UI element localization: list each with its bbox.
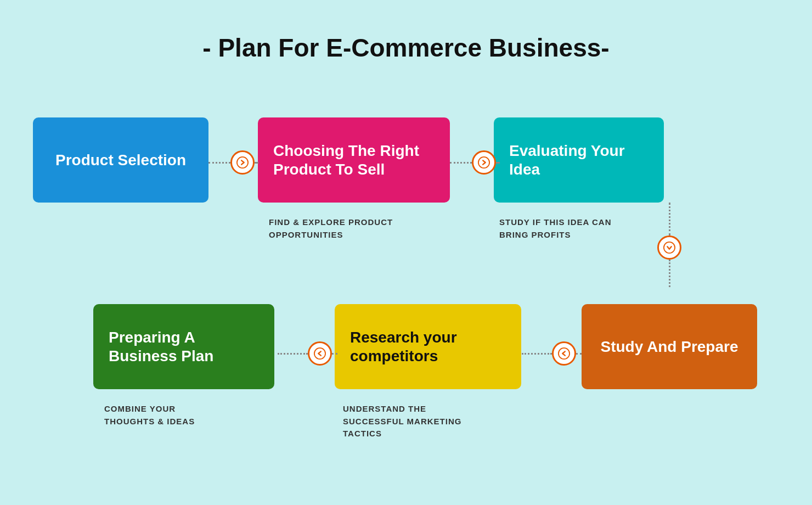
page-title: - Plan For E-Commerce Business-: [202, 33, 609, 63]
arrow-right-icon-2: [472, 150, 496, 175]
diagram-container: Product Selection Choosing The Right Pro…: [22, 85, 790, 480]
arrow-1: [208, 150, 258, 175]
arrow-left-icon-2: [308, 341, 332, 366]
box-preparing-label: Preparing A Business Plan: [109, 328, 259, 365]
box-choosing-label: Choosing The Right Product To Sell: [273, 142, 435, 178]
box-study: Study And Prepare: [582, 304, 757, 389]
arrow-3: [518, 341, 582, 366]
box-choosing: Choosing The Right Product To Sell: [258, 117, 450, 203]
arrow-2: [450, 150, 499, 175]
box-research-label: Research your competitors: [350, 328, 506, 365]
arrow-4: [274, 341, 337, 366]
svg-point-1: [478, 157, 489, 168]
svg-point-2: [664, 242, 675, 253]
box-evaluating: Evaluating Your Idea: [494, 117, 664, 203]
svg-point-0: [237, 157, 248, 168]
svg-point-4: [314, 348, 325, 359]
arrow-right-icon-1: [230, 150, 255, 175]
subtext-evaluating: STUDY IF THIS IDEA CAN BRING PROFITS: [499, 216, 612, 241]
box-research: Research your competitors: [335, 304, 521, 389]
subtext-choosing: FIND & EXPLORE PRODUCT OPPORTUNITIES: [269, 216, 393, 241]
box-preparing: Preparing A Business Plan: [93, 304, 274, 389]
svg-point-3: [559, 348, 569, 359]
box-study-label: Study And Prepare: [600, 338, 738, 356]
box-evaluating-label: Evaluating Your Idea: [509, 142, 649, 178]
box-product-selection: Product Selection: [33, 117, 208, 203]
arrow-vertical: [657, 203, 681, 290]
box-product-selection-label: Product Selection: [55, 151, 186, 170]
arrow-left-icon-1: [552, 341, 576, 366]
subtext-research: UNDERSTAND THE SUCCESSFUL MARKETING TACT…: [343, 403, 461, 440]
arrow-down-icon: [657, 235, 681, 260]
subtext-preparing: COMBINE YOUR THOUGHTS & IDEAS: [104, 403, 195, 428]
